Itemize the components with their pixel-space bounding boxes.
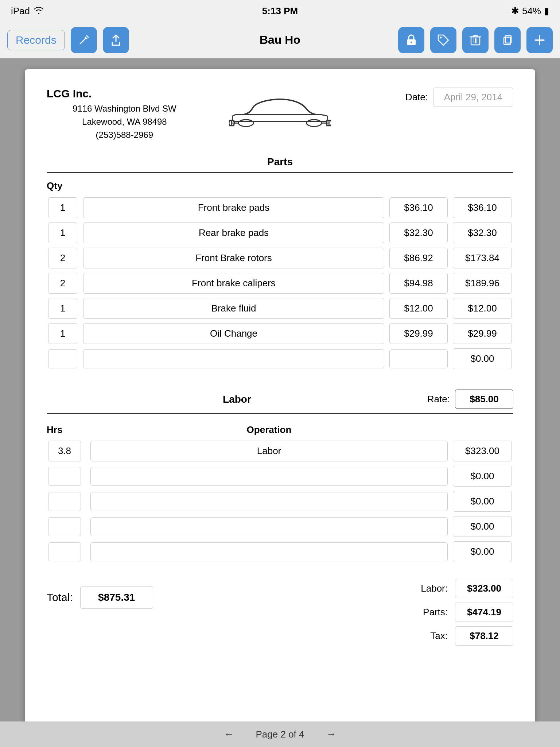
parts-table-row: 1 Brake fluid $12.00 $12.00 [47,296,513,321]
hrs-cell [47,464,87,489]
price-cell [388,346,451,371]
labor-table-row: 3.8 Labor $323.00 [47,438,513,464]
op-cell [87,464,451,489]
parts-sum-value: $474.19 [455,603,513,622]
total-label: Total: [47,591,73,604]
labor-sum-value: $323.00 [455,579,513,598]
status-bar: iPad 5:13 PM ✱ 54% ▮ [0,0,560,22]
svg-point-12 [307,120,322,127]
labor-table-row: $0.00 [47,514,513,539]
labor-total-header [451,421,513,438]
rate-section: Rate: $85.00 [427,390,513,409]
qty-header: Qty [47,180,513,195]
status-time: 5:13 PM [262,5,298,17]
svg-point-1 [411,42,412,43]
company-name: LCG Inc. [47,88,202,100]
parts-section: Parts Qty 1 Front brake pads $36.10 $36.… [47,156,513,371]
rate-label: Rate: [427,394,450,405]
desc-cell: Front Brake rotors [79,245,388,271]
labor-summary-row: Labor: $323.00 [382,579,513,598]
labor-title: Labor [47,394,427,405]
svg-point-2 [440,36,442,38]
labor-table-row: $0.00 [47,489,513,514]
company-info: LCG Inc. 9116 Washington Blvd SW Lakewoo… [47,88,202,142]
desc-cell: Brake fluid [79,296,388,321]
labor-sum-label: Labor: [421,583,448,594]
op-cell: Labor [87,438,451,464]
prev-page-button[interactable]: ← [224,728,234,740]
total-cell: $29.99 [451,321,513,346]
parts-table-row: 1 Oil Change $29.99 $29.99 [47,321,513,346]
total-cell: $36.10 [451,195,513,220]
op-cell [87,489,451,514]
parts-table-row: 2 Front brake calipers $94.98 $189.96 [47,271,513,296]
parts-table: 1 Front brake pads $36.10 $36.10 1 Rear … [47,195,513,371]
qty-cell: 1 [47,296,79,321]
toolbar-left: Records [7,27,129,53]
bluetooth-icon: ✱ [511,5,519,17]
op-cell [87,514,451,539]
lock-button[interactable] [398,27,424,53]
labor-row-total: $0.00 [451,464,513,489]
hrs-cell [47,539,87,564]
rate-field[interactable]: $85.00 [455,390,513,409]
toolbar-right [398,27,553,53]
parts-table-row: 2 Front Brake rotors $86.92 $173.84 [47,245,513,271]
labor-section-header: Labor Rate: $85.00 [47,390,513,414]
bottom-bar: ← Page 2 of 4 → [0,721,560,747]
price-cell: $94.98 [388,271,451,296]
main-area: LCG Inc. 9116 Washington Blvd SW Lakewoo… [0,58,560,721]
share-button[interactable] [103,27,129,53]
price-cell: $12.00 [388,296,451,321]
parts-table-row: 1 Front brake pads $36.10 $36.10 [47,195,513,220]
op-header: Operation [87,421,451,438]
edit-button[interactable] [71,27,97,53]
qty-cell: 1 [47,220,79,245]
desc-cell: Front brake calipers [79,271,388,296]
summary-section: Total: $875.31 Labor: $323.00 Parts: $47… [47,579,513,646]
price-cell: $86.92 [388,245,451,271]
device-label: iPad [11,5,30,17]
qty-cell [47,346,79,371]
op-cell [87,539,451,564]
parts-section-header: Parts [47,156,513,173]
wifi-icon [34,5,44,17]
price-cell: $36.10 [388,195,451,220]
svg-point-6 [238,120,253,127]
date-field[interactable]: April 29, 2014 [433,88,513,107]
total-cell: $32.30 [451,220,513,245]
qty-cell: 2 [47,245,79,271]
records-button[interactable]: Records [7,30,65,50]
hrs-cell [47,514,87,539]
labor-row-total: $0.00 [451,489,513,514]
total-field[interactable]: $875.31 [80,586,153,609]
hrs-cell [47,489,87,514]
tax-sum-label: Tax: [430,630,448,642]
price-cell: $29.99 [388,321,451,346]
tax-summary-row: Tax: $78.12 [382,626,513,646]
desc-cell: Front brake pads [79,195,388,220]
page-title: Bau Ho [260,33,300,47]
battery-percent: 54% [522,5,541,17]
copy-button[interactable] [494,27,521,53]
total-cell: $0.00 [451,346,513,371]
labor-row-total: $0.00 [451,514,513,539]
desc-cell [79,346,388,371]
qty-cell: 1 [47,321,79,346]
labor-row-total: $0.00 [451,539,513,564]
toolbar: Records Bau Ho [0,22,560,58]
labor-row-total: $323.00 [451,438,513,464]
tag-button[interactable] [430,27,456,53]
price-cell: $32.30 [388,220,451,245]
delete-button[interactable] [462,27,489,53]
qty-cell: 2 [47,271,79,296]
labor-table-row: $0.00 [47,464,513,489]
parts-table-row: 1 Rear brake pads $32.30 $32.30 [47,220,513,245]
hrs-cell: 3.8 [47,438,87,464]
next-page-button[interactable]: → [326,728,337,740]
total-box: Total: $875.31 [47,586,153,609]
car-logo [202,88,358,131]
add-button[interactable] [526,27,553,53]
company-address: 9116 Washington Blvd SW Lakewood, WA 984… [47,102,202,142]
total-cell: $173.84 [451,245,513,271]
